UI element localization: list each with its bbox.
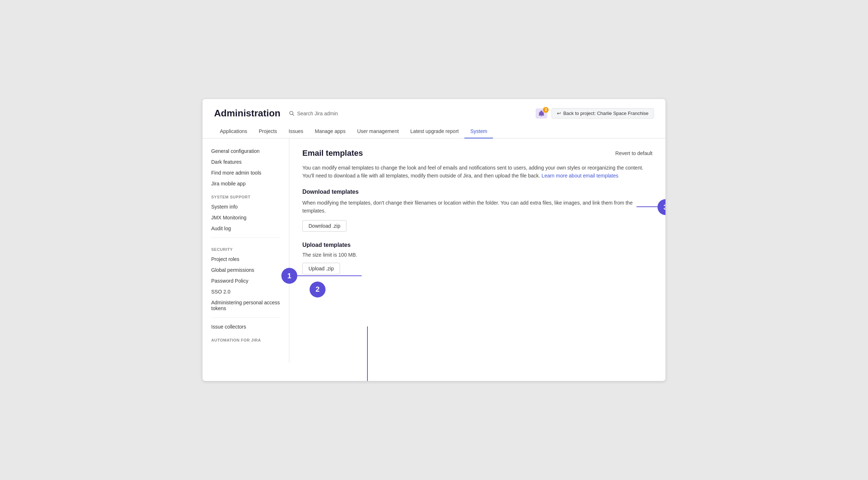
sidebar-item-jira-mobile-app[interactable]: Jira mobile app: [203, 178, 289, 189]
download-section-title: Download templates: [302, 189, 652, 195]
step-2-line-vertical: [367, 326, 368, 381]
sidebar-item-sso[interactable]: SSO 2.0: [203, 286, 289, 297]
learn-more-link[interactable]: Learn more about email templates: [541, 173, 618, 179]
sidebar-item-personal-access-tokens[interactable]: Administering personal access tokens: [203, 297, 289, 314]
download-zip-button[interactable]: Download .zip: [302, 220, 346, 232]
download-section-description: When modifying the templates, don't chan…: [302, 199, 652, 215]
sidebar-section-security: SECURITY: [203, 241, 289, 254]
upload-section-title: Upload templates: [302, 242, 652, 248]
sidebar-section-automation: AUTOMATION FOR JIRA: [203, 332, 289, 344]
svg-point-0: [290, 111, 293, 115]
svg-line-1: [293, 114, 294, 116]
step-3-circle: 3: [658, 199, 665, 215]
sidebar-section-system-support: SYSTEM SUPPORT: [203, 189, 289, 201]
search-bar[interactable]: Search Jira admin: [289, 111, 338, 116]
sidebar-item-system-info[interactable]: System info: [203, 201, 289, 212]
content-area: 1 3 Email templates Revert to default Yo…: [289, 138, 665, 363]
sidebar-item-jmx-monitoring[interactable]: JMX Monitoring: [203, 212, 289, 223]
notification-container[interactable]: 2: [536, 108, 547, 119]
upload-section: Upload templates The size limit is 100 M…: [302, 242, 652, 274]
step-1-line: [289, 275, 362, 276]
tab-system[interactable]: System: [464, 125, 493, 138]
email-templates-description: You can modify email templates to change…: [302, 164, 652, 180]
search-icon: [289, 111, 295, 116]
download-section: Download templates When modifying the te…: [302, 189, 652, 232]
sidebar-item-project-roles[interactable]: Project roles: [203, 254, 289, 265]
header-right: 2 ↩ Back to project: Charlie Space Franc…: [536, 108, 654, 119]
back-arrow-icon: ↩: [557, 111, 561, 116]
page-title: Administration: [214, 108, 280, 119]
step-1-circle: 1: [281, 268, 297, 284]
back-to-project-button[interactable]: ↩ Back to project: Charlie Space Franchi…: [552, 108, 654, 119]
sidebar-divider-1: [211, 237, 280, 238]
upload-zip-button[interactable]: Upload .zip: [302, 263, 340, 274]
tab-latest-upgrade-report[interactable]: Latest upgrade report: [405, 125, 465, 138]
notification-icon-box: 2: [536, 108, 547, 119]
content-header: Email templates Revert to default: [302, 149, 652, 158]
sidebar-item-general-configuration[interactable]: General configuration: [203, 146, 289, 157]
sidebar-item-issue-collectors[interactable]: Issue collectors: [203, 321, 289, 332]
sidebar-item-global-permissions[interactable]: Global permissions: [203, 265, 289, 275]
tab-issues[interactable]: Issues: [283, 125, 309, 138]
sidebar-item-dark-features[interactable]: Dark features: [203, 157, 289, 167]
sidebar-item-find-admin-tools[interactable]: Find more admin tools: [203, 167, 289, 178]
sidebar-item-password-policy[interactable]: Password Policy: [203, 275, 289, 286]
back-button-label: Back to project: Charlie Space Franchise: [563, 111, 648, 116]
sidebar-divider-2: [211, 317, 280, 318]
tab-applications[interactable]: Applications: [214, 125, 253, 138]
step-2-circle: 2: [310, 282, 326, 297]
header: Administration Search Jira admin 2 ↩ Bac…: [203, 99, 665, 125]
email-templates-title: Email templates: [302, 149, 363, 158]
tab-user-management[interactable]: User management: [351, 125, 404, 138]
nav-tabs: Applications Projects Issues Manage apps…: [203, 125, 665, 138]
sidebar-item-audit-log[interactable]: Audit log: [203, 223, 289, 234]
tab-projects[interactable]: Projects: [253, 125, 283, 138]
main-layout: General configuration Dark features Find…: [203, 138, 665, 363]
size-limit-text: The size limit is 100 MB.: [302, 252, 652, 258]
revert-to-default-link[interactable]: Revert to default: [615, 150, 652, 156]
tab-manage-apps[interactable]: Manage apps: [309, 125, 352, 138]
search-placeholder: Search Jira admin: [297, 111, 338, 116]
notification-badge: 2: [543, 107, 549, 113]
sidebar: General configuration Dark features Find…: [203, 138, 289, 363]
